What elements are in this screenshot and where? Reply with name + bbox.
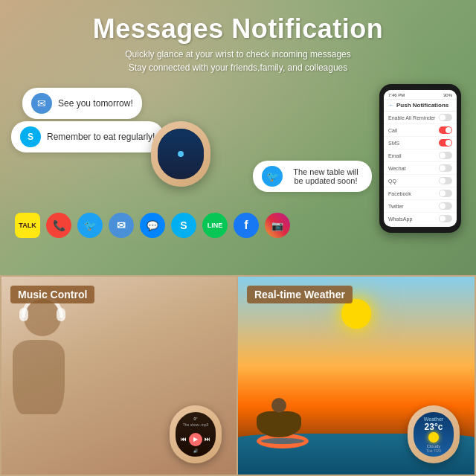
twitter-icon: 🐦 xyxy=(262,166,283,187)
phone-screen: 7:46 PM 30% ← Push Notifications Enable … xyxy=(384,90,457,227)
skype-social-icon: S xyxy=(171,213,196,238)
next-icon: ⏭ xyxy=(205,436,210,443)
phone-label-reminder: Enable All Reminder xyxy=(388,115,435,120)
messenger-icon: 💬 xyxy=(140,213,165,238)
kakao-icon: TALK xyxy=(15,213,40,238)
back-arrow-icon: ← xyxy=(388,102,394,109)
weather-label: Real-time Weather xyxy=(247,286,353,303)
phone-row-email: Email xyxy=(384,149,457,162)
floatie-container xyxy=(257,411,309,448)
phone-battery: 30% xyxy=(443,93,452,97)
phone-row-whatsapp: WhatsApp xyxy=(384,213,457,225)
watch-screen-center xyxy=(158,129,204,179)
watch-body-center xyxy=(151,121,210,187)
mail-icon: ✉ xyxy=(109,213,134,238)
toggle-call xyxy=(439,126,452,134)
skype-icon: S xyxy=(20,126,41,147)
weather-date: Tue 7/23 xyxy=(426,448,441,453)
person-body xyxy=(13,340,65,414)
phone-row-wechat: Wechat xyxy=(384,162,457,175)
phone-row-reminder: Enable All Reminder xyxy=(384,112,457,124)
twitter-social-icon: 🐦 xyxy=(77,213,103,238)
weather-screen-content: Weather 23°c Cloudy Tue 7/23 xyxy=(414,412,454,457)
instagram-icon: 📷 xyxy=(265,213,290,238)
email-icon: ✉ xyxy=(31,93,52,114)
toggle-facebook xyxy=(439,190,452,197)
toggle-reminder xyxy=(439,114,452,121)
notif-text-2: Remember to eat regularly! xyxy=(47,132,155,142)
music-watch-body: 0° The show-.mp3 ⏮ ▶ ⏭ 🔊 xyxy=(170,405,222,463)
phone-row-twitter: Twitter xyxy=(384,200,457,213)
music-panel: Music Control 0° The show-.mp3 ⏮ ▶ ⏭ xyxy=(0,275,238,476)
play-button[interactable]: ▶ xyxy=(189,433,202,446)
weather-watch-screen: Weather 23°c Cloudy Tue 7/23 xyxy=(414,412,454,457)
sun xyxy=(341,299,371,329)
subtitle-line1: Quickly glance at your wrist to check in… xyxy=(125,48,350,61)
music-watch-screen: 0° The show-.mp3 ⏮ ▶ ⏭ 🔊 xyxy=(176,412,216,457)
subtitle: Quickly glance at your wrist to check in… xyxy=(125,48,350,74)
notif-text-3: The new table will be updated soon! xyxy=(289,167,363,185)
music-controls: ⏮ ▶ ⏭ xyxy=(181,433,210,446)
weather-sun-icon xyxy=(428,432,439,443)
top-section: Messages Notification Quickly glance at … xyxy=(0,0,476,275)
weather-temp-display: 23°c xyxy=(425,422,443,432)
weather-label-small: Weather xyxy=(424,416,443,422)
floatie-person-head xyxy=(271,398,286,413)
phone-label-wechat: Wechat xyxy=(388,166,406,171)
main-title: Messages Notification xyxy=(93,13,384,45)
phone-row-sms: SMS xyxy=(384,137,457,149)
main-container: Messages Notification Quickly glance at … xyxy=(0,0,476,476)
phone-mockup: 7:46 PM 30% ← Push Notifications Enable … xyxy=(379,84,461,233)
phone-label-call: Call xyxy=(388,128,397,133)
middle-area: ✉ See you tomorrow! S Remember to eat re… xyxy=(0,80,476,244)
prev-icon: ⏮ xyxy=(181,436,187,443)
headphone-right xyxy=(57,308,65,321)
notification-bubble-1: ✉ See you tomorrow! xyxy=(22,88,142,119)
phone-label-twitter: Twitter xyxy=(388,204,404,209)
watch-dot xyxy=(178,151,184,157)
weather-watch: Weather 23°c Cloudy Tue 7/23 xyxy=(408,405,460,463)
weather-panel: Real-time Weather Weather 23°c Cloudy Tu… xyxy=(238,275,476,476)
volume-row: 🔊 xyxy=(193,448,198,453)
watch-screen-content xyxy=(158,129,204,179)
watch-center xyxy=(151,121,210,187)
phone-row-facebook: Facebook xyxy=(384,187,457,200)
phone-icon: 📞 xyxy=(46,213,71,238)
toggle-twitter xyxy=(439,202,452,210)
toggle-sms xyxy=(439,139,452,147)
music-temp-display: 0° xyxy=(194,416,198,421)
person-silhouette xyxy=(9,292,98,440)
toggle-email xyxy=(439,152,452,159)
music-watch: 0° The show-.mp3 ⏮ ▶ ⏭ 🔊 xyxy=(170,405,222,463)
toggle-wechat xyxy=(439,164,452,172)
top-content: Messages Notification Quickly glance at … xyxy=(0,0,476,244)
notification-bubble-2: S Remember to eat regularly! xyxy=(11,121,164,152)
music-label: Music Control xyxy=(10,286,94,303)
bottom-section: Music Control 0° The show-.mp3 ⏮ ▶ ⏭ xyxy=(0,275,476,476)
subtitle-line2: Stay connected with your friends,family,… xyxy=(125,61,350,74)
phone-label-email: Email xyxy=(388,153,402,158)
phone-label-facebook: Facebook xyxy=(388,191,411,196)
phone-title-row: ← Push Notifications xyxy=(384,100,457,112)
floatie-person-body xyxy=(257,411,301,437)
headphone-left xyxy=(19,308,28,321)
phone-header: 7:46 PM 30% xyxy=(384,90,457,100)
phone-label-sms: SMS xyxy=(388,141,399,146)
phone-time: 7:46 PM xyxy=(388,93,405,97)
phone-label-qq: QQ xyxy=(388,178,396,184)
phone-screen-title: Push Notifications xyxy=(396,102,448,109)
notif-text-1: See you tomorrow! xyxy=(58,98,133,109)
music-bg: Music Control 0° The show-.mp3 ⏮ ▶ ⏭ xyxy=(1,277,237,475)
facebook-icon: f xyxy=(234,213,259,238)
music-track-display: The show-.mp3 xyxy=(183,422,208,427)
toggle-whatsapp xyxy=(439,215,452,222)
music-screen-content: 0° The show-.mp3 ⏮ ▶ ⏭ 🔊 xyxy=(176,412,216,457)
social-icons-row: TALK 📞 🐦 ✉ 💬 S LINE f 📷 xyxy=(15,213,290,238)
notification-bubble-3: 🐦 The new table will be updated soon! xyxy=(253,161,372,192)
phone-row-call: Call xyxy=(384,124,457,137)
phone-row-qq: QQ xyxy=(384,175,457,187)
weather-watch-body: Weather 23°c Cloudy Tue 7/23 xyxy=(408,405,460,463)
phone-label-whatsapp: WhatsApp xyxy=(388,216,412,222)
line-icon: LINE xyxy=(202,213,228,238)
weather-bg: Real-time Weather Weather 23°c Cloudy Tu… xyxy=(238,277,475,475)
